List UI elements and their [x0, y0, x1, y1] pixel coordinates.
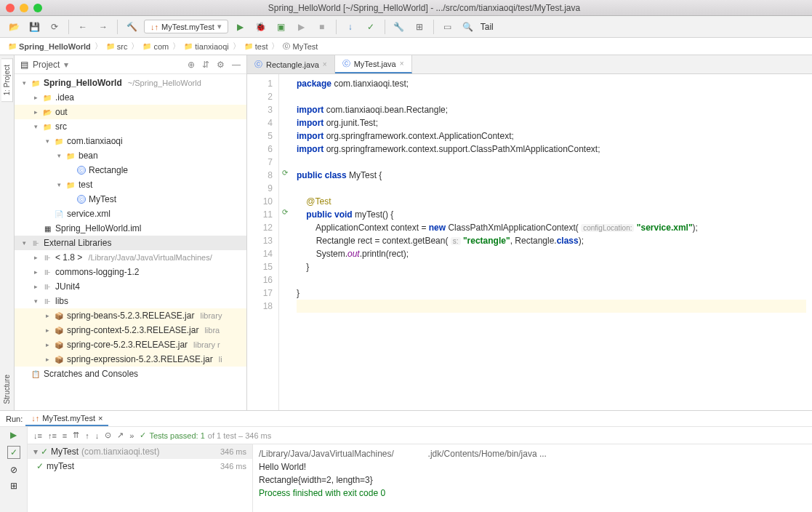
collapse-all-icon[interactable]: ⇈ [73, 431, 79, 440]
toggle-icon[interactable]: ✓ [7, 446, 20, 459]
layout-icon[interactable]: ⊞ [10, 481, 17, 491]
down-icon[interactable]: ↓ [95, 431, 100, 440]
tree-item[interactable]: 📋Scratches and Consoles [15, 367, 246, 381]
run-tab[interactable]: ↓↑ MyTest.myTest × [25, 412, 108, 426]
tree-item[interactable]: ▦Spring_HelloWorld.iml [15, 221, 246, 236]
project-view-icon: ▤ [20, 60, 28, 70]
settings-icon[interactable]: ⚙ [217, 60, 225, 70]
project-tool-tab[interactable]: 1: Project [1, 58, 13, 102]
structure-icon[interactable]: ⊞ [411, 19, 427, 35]
breadcrumb-item[interactable]: 📁test [242, 42, 270, 51]
tree-item[interactable]: ▸📦spring-context-5.2.3.RELEASE.jarlibra [15, 323, 246, 337]
tree-item[interactable]: ▸📦spring-core-5.2.3.RELEASE.jarlibrary r [15, 337, 246, 352]
test-row[interactable]: ▾✓MyTest(com.tianxiaoqi.test)346 ms [28, 444, 252, 459]
breadcrumb-item[interactable]: 📁Spring_HelloWorld [6, 42, 93, 51]
git-commit-icon[interactable]: ✓ [363, 19, 379, 35]
minimize-window-icon[interactable] [20, 4, 28, 12]
tree-item[interactable]: ▾⊪External Libraries [15, 236, 246, 250]
export-icon[interactable]: ↗ [117, 431, 124, 440]
test-row[interactable]: ✓myTest346 ms [28, 459, 252, 473]
run-tab-label: MyTest.myTest [42, 414, 95, 423]
close-window-icon[interactable] [6, 4, 15, 12]
project-tree[interactable]: ▾📁Spring_HelloWorld~/Spring_HelloWorld▸📁… [15, 74, 246, 410]
close-icon[interactable]: × [400, 60, 404, 68]
editor-tab[interactable]: ⓒRectangle.java× [247, 55, 335, 73]
editor-tabs: ⓒRectangle.java×ⓒMyTest.java× [247, 55, 812, 74]
sync-icon[interactable]: ⟳ [47, 19, 63, 35]
rerun-icon[interactable]: ▶ [10, 430, 17, 440]
breadcrumb-item[interactable]: 📁com [140, 42, 171, 51]
test-tree[interactable]: ▾✓MyTest(com.tianxiaoqi.test)346 ms✓myTe… [28, 444, 253, 512]
breadcrumbs: 📁Spring_HelloWorld〉📁src〉📁com〉📁tianxiaoqi… [0, 38, 812, 55]
open-icon[interactable]: 📂 [6, 19, 22, 35]
window-title: Spring_HelloWorld [~/Spring_HelloWorld] … [42, 3, 806, 13]
target-icon[interactable]: ⊕ [188, 60, 195, 70]
tree-item[interactable]: ▸📂out [15, 105, 246, 119]
sort-icon[interactable]: ↓≡ [33, 431, 42, 440]
stop-run-icon[interactable]: ⊘ [10, 465, 17, 475]
breadcrumb-item[interactable]: ⓒMyTest [281, 41, 320, 52]
breadcrumb-item[interactable]: 📁src [104, 42, 130, 51]
search-icon[interactable]: 🔍 [460, 19, 476, 35]
collapse-icon[interactable]: ⇵ [202, 60, 209, 70]
project-panel-title: Project [33, 60, 60, 70]
breadcrumb-item[interactable]: 📁tianxiaoqi [182, 42, 230, 51]
close-icon[interactable]: × [98, 414, 102, 423]
structure-tool-tab[interactable]: Structure [1, 369, 12, 410]
close-icon[interactable]: × [323, 60, 327, 68]
run-panel-tabs: Run: ↓↑ MyTest.myTest × [0, 411, 812, 427]
tree-item[interactable]: ▾📁src [15, 119, 246, 134]
save-icon[interactable]: 💾 [26, 19, 42, 35]
run-side-toolbar: ▶ ✓ ⊘ ⊞ [0, 427, 28, 512]
zoom-window-icon[interactable] [33, 4, 42, 12]
tree-item[interactable]: ▸📦spring-beans-5.2.3.RELEASE.jarlibrary [15, 308, 246, 323]
tree-item[interactable]: ▸⊪JUnit4 [15, 279, 246, 294]
console-output[interactable]: /Library/Java/JavaVirtualMachines/ .jdk/… [253, 444, 812, 512]
git-update-icon[interactable]: ↓ [342, 19, 358, 35]
line-gutter: 123456789101112131415161718 [247, 74, 279, 410]
run-toolbar: ↓≡ ↑≡ ≡ ⇈ ↑ ↓ ⊙ ↗ » ✓ Tests passed: 1 of… [28, 427, 812, 444]
titlebar: Spring_HelloWorld [~/Spring_HelloWorld] … [0, 0, 812, 16]
filter-icon[interactable]: ↑≡ [48, 431, 57, 440]
tree-item[interactable]: ⓒRectangle [15, 163, 246, 177]
coverage-icon[interactable]: ▣ [273, 19, 289, 35]
project-panel: ▤ Project ▾ ⊕ ⇵ ⚙ — ▾📁Spring_HelloWorld~… [15, 55, 247, 410]
clock-icon[interactable]: ⊙ [105, 431, 111, 440]
hide-icon[interactable]: — [232, 60, 241, 70]
editor-tab[interactable]: ⓒMyTest.java× [335, 55, 412, 73]
tree-item[interactable]: ▾📁com.tianxiaoqi [15, 134, 246, 148]
run-icon[interactable]: ▶ [233, 19, 249, 35]
left-gutter: 1: Project Structure [0, 55, 15, 410]
run-config-label: MyTest.myTest [161, 23, 214, 31]
tree-item[interactable]: ▾⊪libs [15, 294, 246, 308]
history-icon[interactable]: » [129, 431, 134, 440]
profile-icon[interactable]: ▶ [294, 19, 310, 35]
window-controls [6, 4, 42, 12]
forward-icon[interactable]: → [95, 19, 111, 35]
window-icon[interactable]: ▭ [440, 19, 456, 35]
back-icon[interactable]: ← [75, 19, 91, 35]
tail-label: Tail [481, 22, 494, 32]
code-editor[interactable]: 123456789101112131415161718 ⟳⟳ package c… [247, 74, 812, 410]
run-label: Run: [6, 415, 23, 423]
tree-item[interactable]: ▸⊪< 1.8 >/Library/Java/JavaVirtualMachin… [15, 250, 246, 265]
tree-item[interactable]: ▾📁test [15, 177, 246, 192]
tree-item[interactable]: ▸📁.idea [15, 90, 246, 105]
run-config-selector[interactable]: ↓↑ MyTest.myTest ▾ [144, 20, 228, 33]
wrench-icon[interactable]: 🔧 [391, 19, 407, 35]
build-icon[interactable]: 🔨 [124, 19, 140, 35]
editor-area: ⓒRectangle.java×ⓒMyTest.java× 1234567891… [247, 55, 812, 410]
code-content[interactable]: package com.tianxiaoqi.test;import com.t… [291, 74, 812, 410]
stop-icon[interactable]: ■ [314, 19, 330, 35]
tree-item[interactable]: 📄service.xml [15, 207, 246, 221]
tree-item[interactable]: ⓒMyTest [15, 192, 246, 207]
test-status-text: Tests passed: 1 [149, 431, 204, 440]
up-icon[interactable]: ↑ [85, 431, 89, 440]
main-toolbar: 📂 💾 ⟳ ← → 🔨 ↓↑ MyTest.myTest ▾ ▶ 🐞 ▣ ▶ ■… [0, 16, 812, 38]
debug-icon[interactable]: 🐞 [253, 19, 269, 35]
tree-item[interactable]: ▸📦spring-expression-5.2.3.RELEASE.jarli [15, 352, 246, 367]
tree-item[interactable]: ▾📁bean [15, 148, 246, 163]
tree-item[interactable]: ▸⊪commons-logging-1.2 [15, 265, 246, 279]
tree-item[interactable]: ▾📁Spring_HelloWorld~/Spring_HelloWorld [15, 76, 246, 90]
expand-icon[interactable]: ≡ [63, 431, 67, 440]
